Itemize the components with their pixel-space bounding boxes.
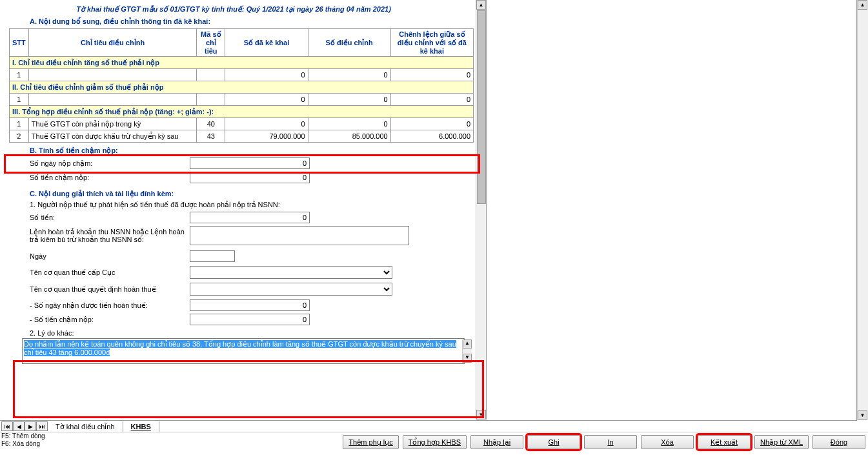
so-tien-cham-nop-label: Số tiền chậm nộp: [30,174,190,182]
th-dieuchinh: Số điều chỉnh [308,29,390,57]
ghi-button[interactable]: Ghi [527,435,580,449]
tab-khbs[interactable]: KHBS [123,421,159,432]
form-panel: Tờ khai thuế GTGT mẫu số 01/GTGT kỳ tính… [1,0,487,420]
so-ngay-nop-cham-input[interactable] [190,157,310,169]
reason-scrollbar[interactable]: ▲ ▼ [462,339,472,363]
th-maso: Mã số chỉ tiêu [197,29,225,57]
reason-textarea[interactable]: Do nhầm lẫn nên kế toán quên không ghi c… [22,338,465,364]
group-iii-header: III. Tổng hợp điều chỉnh số thuế phải nộ… [10,106,474,118]
tab-nav-next-icon[interactable]: ▶ [25,421,36,431]
table-row[interactable]: 1 0 0 0 [10,94,474,106]
them-phu-luc-button[interactable]: Thêm phụ lục [343,435,398,449]
outer-vertical-scrollbar[interactable]: ▲ ▼ [857,0,868,420]
so-tien-cham-nop-input[interactable] [190,172,310,183]
tab-to-khai-dieu-chinh[interactable]: Tờ khai điều chỉnh [48,421,123,432]
dong-button[interactable]: Đóng [812,435,865,449]
so-tien-cham-nop2-label: - Số tiền chậm nộp: [30,316,190,324]
tab-strip: ⏮ ◀ ▶ ⏭ Tờ khai điều chỉnh KHBS [0,420,857,432]
th-dakekhai: Số đã kê khai [225,29,308,57]
scrollbar-thumb[interactable] [477,10,486,204]
c2-label: 2. Lý do khác: [30,329,486,337]
nhap-tu-xml-button[interactable]: Nhập từ XML [754,435,809,449]
so-tien-cham-nop2-input[interactable] [190,314,310,325]
shortcut-hints: F5: Thêm dòng F6: Xóa dòng [1,432,45,448]
so-ngay-nop-cham-label: Số ngày nộp chậm: [30,159,190,168]
group-i-header: I. Chỉ tiêu điều chỉnh tăng số thuế phải… [10,57,474,69]
tab-nav-last-icon[interactable]: ⏭ [36,421,48,431]
tong-hop-khbs-button[interactable]: Tổng hợp KHBS [403,435,467,449]
lenh-label: Lệnh hoàn trả khoản thu NSNN hoặc Lệnh h… [30,228,190,243]
section-a-title: A. Nội dung bổ sung, điều chỉnh thông ti… [30,17,486,26]
table-row[interactable]: 1 Thuế GTGT còn phải nộp trong kỳ 40 0 0… [10,118,474,130]
section-b-title: B. Tính số tiền chậm nộp: [30,147,486,155]
so-ngay-nhan-input[interactable] [190,299,310,311]
cuc-label: Tên cơ quan thuế cấp Cục [30,268,190,277]
in-button[interactable]: In [584,435,637,449]
th-stt: STT [10,29,29,57]
adjustment-table: STT Chỉ tiêu điều chỉnh Mã số chỉ tiêu S… [9,28,474,143]
ngay-label: Ngày [30,252,190,260]
th-chitieu: Chỉ tiêu điều chỉnh [28,29,196,57]
table-row-highlighted[interactable]: 2 Thuế GTGT còn được khấu trừ chuyển kỳ … [10,130,474,143]
scroll-down-icon[interactable]: ▼ [858,410,867,420]
tab-nav-prev-icon[interactable]: ◀ [13,421,25,431]
highlight-reason [13,360,484,418]
so-ngay-nhan-label: - Số ngày nhận được tiền hoàn thuế: [30,301,190,310]
bottom-bar: F5: Thêm dòng F6: Xóa dòng Thêm phụ lục … [0,432,868,455]
scroll-up-icon[interactable]: ▲ [476,0,486,10]
so-tien-c-input[interactable] [190,212,310,223]
form-title: Tờ khai thuế GTGT mẫu số 01/GTGT kỳ tính… [1,5,466,14]
xoa-button[interactable]: Xóa [641,435,694,449]
quyet-dinh-label: Tên cơ quan thuế quyết định hoàn thuế [30,285,190,294]
section-c-title: C. Nội dung giải thích và tài liệu đính … [30,190,486,198]
table-row[interactable]: 1 0 0 0 [10,69,474,81]
form-vertical-scrollbar[interactable]: ▲ ▼ [476,0,487,420]
lenh-input[interactable] [190,226,409,245]
so-tien-c-label: Số tiền: [30,214,190,222]
th-chenhlech: Chênh lệch giữa số điều chỉnh với số đã … [390,29,473,57]
scroll-down-icon[interactable]: ▼ [463,354,472,363]
scroll-up-icon[interactable]: ▲ [463,339,472,349]
group-ii-header: II. Chỉ tiêu điều chỉnh giảm số thuế phả… [10,81,474,94]
ngay-input[interactable] [190,250,235,262]
scroll-down-icon[interactable]: ▼ [476,410,486,420]
quyet-dinh-select[interactable] [190,283,392,296]
nhap-lai-button[interactable]: Nhập lại [470,435,523,449]
ket-xuat-button[interactable]: Kết xuất [698,435,751,449]
tab-nav-first-icon[interactable]: ⏮ [1,421,13,431]
cuc-select[interactable] [190,266,392,279]
scroll-up-icon[interactable]: ▲ [858,0,867,10]
c1-label: 1. Người nộp thuế tự phát hiện số tiền t… [30,201,486,209]
